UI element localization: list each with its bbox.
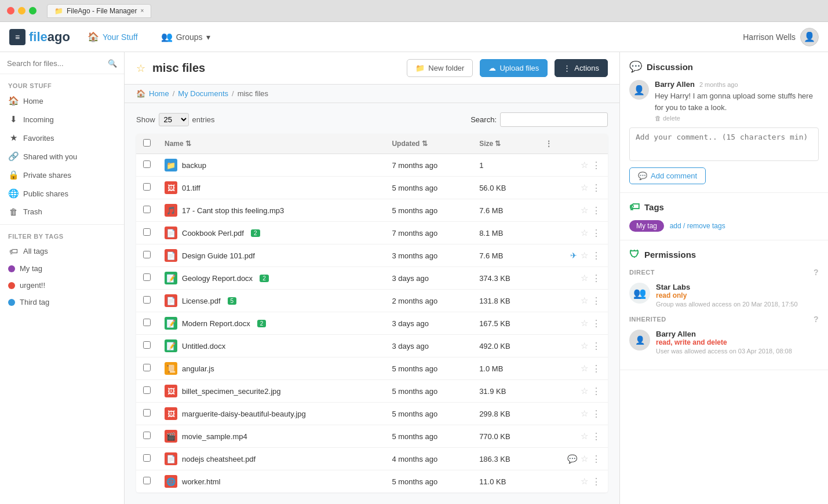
sidebar-item-favorites[interactable]: ★ Favorites — [0, 129, 124, 147]
entries-select[interactable]: 2550100 — [159, 113, 189, 126]
file-type-icon: 📄 — [165, 452, 177, 465]
name-header[interactable]: Name ⇅ — [158, 134, 385, 154]
row-checkbox[interactable] — [143, 160, 151, 168]
table-area: Show 2550100 entries Search: Name ⇅ U — [125, 103, 619, 504]
table-search-input[interactable] — [500, 112, 608, 127]
star-button[interactable]: ☆ — [581, 408, 588, 419]
row-checkbox[interactable] — [143, 183, 151, 191]
tab-close-button[interactable]: × — [140, 8, 144, 14]
comment-input[interactable] — [629, 127, 819, 161]
more-options-button[interactable]: ⋮ — [592, 205, 601, 216]
star-button[interactable]: ☆ — [581, 295, 588, 306]
row-checkbox[interactable] — [143, 409, 151, 417]
row-checkbox[interactable] — [143, 319, 151, 326]
upload-icon: ☁ — [488, 64, 496, 72]
more-options-button[interactable]: ⋮ — [592, 228, 601, 239]
browser-tab[interactable]: 📁 FileAgo - File Manager × — [47, 4, 151, 18]
discussion-section: 💬 Discussion 👤 Barry Allen 2 months ago … — [620, 52, 828, 193]
inherited-permissions-help-icon[interactable]: ? — [814, 315, 819, 324]
star-button[interactable]: ☆ — [581, 318, 588, 328]
more-options-button[interactable]: ⋮ — [592, 454, 601, 465]
comment-avatar: 👤 — [629, 80, 649, 100]
more-options-button[interactable]: ⋮ — [592, 295, 601, 306]
nav-your-stuff[interactable]: 🏠 Your Stuff — [82, 28, 144, 46]
upload-files-button[interactable]: ☁ Upload files — [480, 59, 548, 77]
row-checkbox[interactable] — [143, 206, 151, 213]
row-checkbox[interactable] — [143, 477, 151, 484]
close-button[interactable] — [7, 7, 14, 14]
sidebar-item-private-shares[interactable]: 🔒 Private shares — [0, 166, 124, 184]
star-button[interactable]: ☆ — [581, 431, 588, 441]
file-updated: 3 days ago — [385, 335, 472, 357]
star-button[interactable]: ☆ — [581, 386, 588, 396]
new-folder-button[interactable]: 📁 New folder — [407, 59, 473, 77]
size-header[interactable]: Size ⇅ — [472, 134, 538, 154]
search-input[interactable] — [7, 59, 104, 68]
more-options-button[interactable]: ⋮ — [592, 476, 601, 487]
star-button[interactable]: ☆ — [581, 341, 588, 351]
breadcrumb-home-link[interactable]: Home — [149, 89, 169, 98]
my-tag-chip[interactable]: My tag — [629, 220, 664, 232]
star-button[interactable]: ☆ — [581, 182, 588, 193]
select-all-checkbox[interactable] — [143, 139, 151, 147]
add-comment-button[interactable]: 💬 Add comment — [629, 167, 706, 184]
sidebar-public-shares-label: Public shares — [23, 189, 68, 198]
sidebar-item-third-tag[interactable]: Third tag — [0, 294, 124, 311]
folder-star-button[interactable]: ☆ — [136, 62, 145, 75]
more-options-button[interactable]: ⋮ — [592, 431, 601, 442]
star-labs-name: Star Labs — [656, 283, 819, 291]
nav-groups[interactable]: 👥 Groups ▾ — [155, 28, 216, 46]
row-checkbox[interactable] — [143, 454, 151, 462]
star-button[interactable]: ☆ — [581, 476, 588, 487]
sidebar-item-incoming[interactable]: ⬇ Incoming — [0, 110, 124, 129]
sidebar-item-all-tags[interactable]: 🏷 All tags — [0, 242, 124, 260]
row-checkbox[interactable] — [143, 228, 151, 236]
sidebar-item-urgent[interactable]: urgent!! — [0, 277, 124, 294]
more-options-button[interactable]: ⋮ — [592, 318, 601, 329]
sidebar-item-home[interactable]: 🏠 Home — [0, 92, 124, 110]
star-button[interactable]: ☆ — [581, 250, 588, 261]
more-options-button[interactable]: ⋮ — [592, 341, 601, 352]
minimize-button[interactable] — [18, 7, 25, 14]
star-button[interactable]: ☆ — [581, 363, 588, 374]
send-icon: ✈ — [570, 251, 577, 260]
star-button[interactable]: ☆ — [581, 228, 588, 238]
star-button[interactable]: ☆ — [581, 454, 588, 464]
more-options-button[interactable]: ⋮ — [592, 182, 601, 193]
star-button[interactable]: ☆ — [581, 160, 588, 170]
shared-icon: 🔗 — [8, 151, 19, 162]
maximize-button[interactable] — [29, 7, 37, 14]
show-entries: Show 2550100 entries — [136, 113, 215, 126]
more-options-button[interactable]: ⋮ — [592, 386, 601, 397]
nav-groups-label: Groups — [176, 32, 203, 42]
breadcrumb-my-documents-link[interactable]: My Documents — [178, 89, 228, 98]
comment-delete-button[interactable]: 🗑 delete — [655, 115, 819, 122]
more-options-button[interactable]: ⋮ — [592, 363, 601, 374]
more-options-button[interactable]: ⋮ — [592, 273, 601, 284]
sidebar-item-trash[interactable]: 🗑 Trash — [0, 203, 124, 221]
row-checkbox[interactable] — [143, 364, 151, 371]
more-options-button[interactable]: ⋮ — [592, 160, 601, 171]
row-checkbox[interactable] — [143, 432, 151, 439]
file-name: billet_specimen_securite2.jpg — [182, 387, 281, 396]
star-button[interactable]: ☆ — [581, 273, 588, 283]
more-options-button[interactable]: ⋮ — [592, 408, 601, 419]
row-checkbox[interactable] — [143, 296, 151, 304]
user-avatar[interactable]: 👤 — [800, 28, 819, 46]
row-checkbox[interactable] — [143, 341, 151, 349]
row-checkbox[interactable] — [143, 386, 151, 394]
sidebar-item-shared-with-you[interactable]: 🔗 Shared with you — [0, 147, 124, 166]
discussion-title: 💬 Discussion — [629, 60, 819, 73]
more-options-button[interactable]: ⋮ — [592, 250, 601, 261]
direct-permissions-help-icon[interactable]: ? — [814, 268, 819, 277]
sidebar-item-my-tag[interactable]: My tag — [0, 260, 124, 277]
updated-header[interactable]: Updated ⇅ — [385, 134, 472, 154]
table-row: 📄 nodejs cheatsheet.pdf 4 months ago 186… — [136, 448, 608, 470]
row-checkbox[interactable] — [143, 251, 151, 258]
star-button[interactable]: ☆ — [581, 205, 588, 216]
sidebar-item-public-shares[interactable]: 🌐 Public shares — [0, 184, 124, 203]
actions-button[interactable]: ⋮ Actions — [555, 59, 608, 77]
row-checkbox[interactable] — [143, 273, 151, 281]
direct-permissions-label: DIRECT ? — [629, 268, 819, 277]
add-remove-tags-link[interactable]: add / remove tags — [670, 222, 725, 230]
